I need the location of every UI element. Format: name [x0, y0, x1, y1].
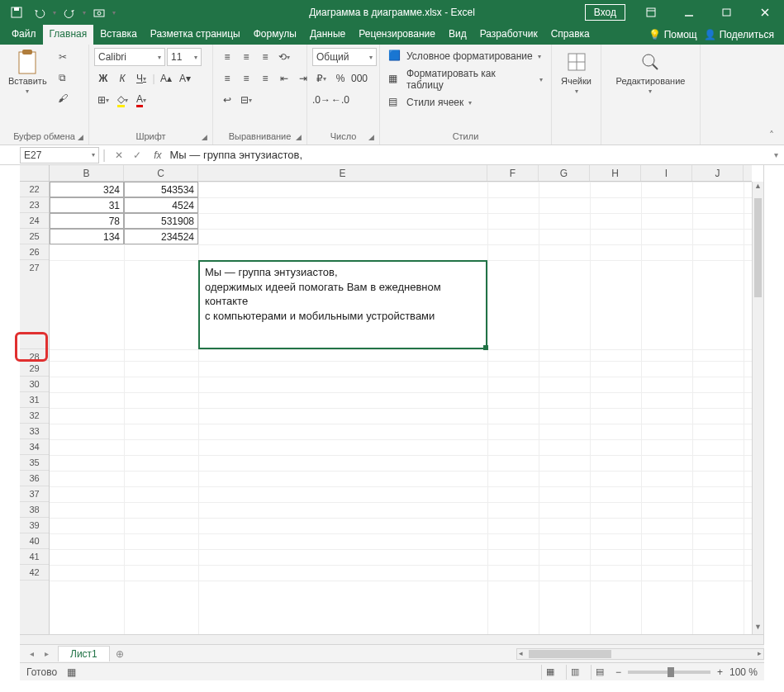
row-header[interactable]: 25 [20, 229, 49, 244]
italic-button[interactable]: К [113, 69, 131, 88]
chevron-down-icon[interactable]: ▾ [112, 9, 116, 17]
maximize-icon[interactable] [708, 0, 746, 25]
increase-font-icon[interactable]: A▴ [157, 69, 175, 88]
cell[interactable]: 31 [50, 197, 124, 213]
font-name-combo[interactable]: Calibri▾ [94, 48, 165, 66]
row-header[interactable]: 40 [20, 533, 49, 549]
fill-color-icon[interactable]: ◇▾ [113, 91, 131, 109]
row-header[interactable]: 22 [20, 182, 49, 197]
row-header[interactable]: 26 [20, 244, 49, 260]
sheet-tab[interactable]: Лист1 [58, 646, 110, 661]
align-left-icon[interactable]: ≡ [218, 69, 236, 88]
tab-home[interactable]: Главная [43, 25, 94, 45]
row-header[interactable]: 42 [20, 565, 49, 581]
formula-input[interactable]: Мы — группа энтузиастов, [165, 149, 768, 161]
zoom-slider[interactable] [628, 671, 710, 674]
macro-record-icon[interactable]: ▦ [67, 666, 76, 678]
normal-view-icon[interactable]: ▦ [541, 665, 559, 680]
tab-file[interactable]: Файл [5, 25, 43, 45]
horizontal-scrollbar[interactable]: ◂ ▸ [516, 648, 764, 660]
cell[interactable]: 531908 [124, 213, 198, 229]
format-as-table-button[interactable]: ▦Форматировать как таблицу▾ [385, 66, 546, 92]
enter-formula-icon[interactable]: ✓ [129, 149, 145, 161]
tab-data[interactable]: Данные [303, 25, 352, 45]
row-header[interactable]: 37 [20, 486, 49, 502]
tab-page-layout[interactable]: Разметка страницы [144, 25, 247, 45]
zoom-knob[interactable] [668, 667, 674, 677]
scrollbar-thumb[interactable] [529, 650, 611, 658]
align-center-icon[interactable]: ≡ [237, 69, 255, 88]
underline-button[interactable]: Ч▾ [132, 69, 150, 88]
format-painter-icon[interactable]: 🖌 [54, 89, 72, 107]
row-header[interactable]: 38 [20, 502, 49, 518]
cell-styles-button[interactable]: ▤Стили ячеек▾ [385, 94, 475, 111]
align-right-icon[interactable]: ≡ [256, 69, 274, 88]
cell[interactable]: 324 [50, 182, 124, 197]
decrease-indent-icon[interactable]: ⇤ [275, 69, 293, 88]
sheet-nav-first-icon[interactable]: ◂ [25, 649, 38, 658]
column-header[interactable]: F [487, 165, 539, 181]
cell[interactable]: 134 [50, 229, 124, 244]
row-header[interactable]: 34 [20, 439, 49, 455]
dialog-launcher-icon[interactable]: ◢ [78, 133, 83, 141]
zoom-level[interactable]: 100 % [729, 666, 758, 678]
scroll-down-icon[interactable]: ▼ [753, 623, 763, 634]
cell[interactable]: 4524 [124, 197, 198, 213]
percent-style-icon[interactable]: % [331, 69, 349, 88]
dialog-launcher-icon[interactable]: ◢ [202, 133, 207, 141]
tab-developer[interactable]: Разработчик [473, 25, 544, 45]
name-box[interactable]: E27▾ [20, 147, 99, 164]
number-format-combo[interactable]: Общий▾ [312, 48, 377, 66]
editing-button[interactable]: Редактирование ▾ [613, 48, 689, 97]
tab-insert[interactable]: Вставка [93, 25, 144, 45]
orientation-icon[interactable]: ⟲▾ [275, 48, 293, 66]
close-icon[interactable] [746, 0, 784, 25]
cell[interactable]: 234524 [124, 229, 198, 244]
tab-review[interactable]: Рецензирование [352, 25, 442, 45]
fx-icon[interactable]: fx [150, 149, 164, 161]
tab-formulas[interactable]: Формулы [247, 25, 303, 45]
decrease-font-icon[interactable]: A▾ [176, 69, 194, 88]
dialog-launcher-icon[interactable]: ◢ [296, 133, 302, 141]
tab-help[interactable]: Справка [544, 25, 596, 45]
zoom-in-icon[interactable]: + [717, 666, 723, 678]
row-header[interactable]: 29 [20, 361, 49, 377]
borders-icon[interactable]: ⊞▾ [94, 91, 112, 109]
row-header[interactable]: 36 [20, 471, 49, 486]
camera-icon[interactable] [89, 2, 109, 22]
font-size-combo[interactable]: 11▾ [167, 48, 202, 66]
column-header[interactable]: E [198, 165, 487, 181]
wrap-text-icon[interactable]: ↩ [218, 91, 236, 109]
cancel-formula-icon[interactable]: ✕ [111, 149, 127, 161]
column-header[interactable]: C [124, 165, 198, 181]
row-header[interactable]: 28 [20, 349, 49, 361]
expand-formula-bar-icon[interactable]: ▾ [767, 150, 784, 159]
bold-button[interactable]: Ж [94, 69, 112, 88]
comma-style-icon[interactable]: 000 [350, 69, 368, 88]
chevron-down-icon[interactable]: ▾ [83, 9, 86, 17]
scroll-up-icon[interactable]: ▲ [753, 182, 763, 193]
paste-button[interactable]: Вставить ▾ [5, 48, 50, 97]
column-header[interactable]: B [50, 165, 124, 181]
column-header[interactable]: J [692, 165, 744, 181]
merge-center-icon[interactable]: ⊟▾ [237, 91, 255, 109]
vertical-scrollbar[interactable]: ▲ ▼ [752, 182, 763, 634]
tab-view[interactable]: Вид [442, 25, 473, 45]
sheet-nav-last-icon[interactable]: ▸ [40, 649, 53, 658]
redo-icon[interactable] [59, 2, 79, 22]
row-header[interactable]: 30 [20, 377, 49, 392]
increase-decimal-icon[interactable]: .0→ [312, 91, 330, 109]
decrease-decimal-icon[interactable]: ←.0 [331, 91, 349, 109]
active-cell[interactable]: Мы — группа энтузиастов, одержимых идеей… [198, 260, 487, 349]
undo-icon[interactable] [30, 2, 50, 22]
page-break-view-icon[interactable]: ▤ [591, 665, 609, 680]
share-button[interactable]: 👤Поделиться [704, 29, 774, 40]
row-header[interactable]: 33 [20, 424, 49, 439]
new-sheet-icon[interactable]: ⊕ [110, 648, 130, 660]
cells-area[interactable]: 32454353431452478531908134234524Мы — гру… [50, 182, 752, 634]
row-header[interactable]: 23 [20, 197, 49, 213]
row-header[interactable]: 35 [20, 455, 49, 471]
fill-handle[interactable] [483, 345, 488, 350]
page-layout-view-icon[interactable]: ▥ [566, 665, 584, 680]
minimize-icon[interactable] [670, 0, 708, 25]
